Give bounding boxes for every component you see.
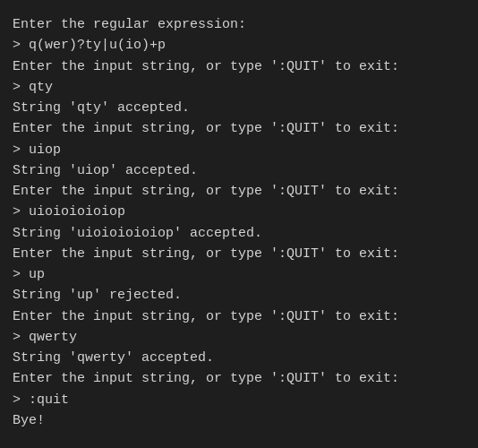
- terminal-line: Enter the regular expression:: [13, 14, 465, 35]
- terminal-window: Enter the regular expression:> q(wer)?ty…: [0, 0, 478, 448]
- terminal-line: > :quit: [13, 390, 465, 410]
- terminal-line: Enter the input string, or type ':QUIT' …: [13, 56, 465, 77]
- terminal-line: > q(wer)?ty|u(io)+p: [13, 35, 465, 56]
- terminal-line: > uiop: [13, 140, 465, 160]
- terminal-line: > qty: [13, 77, 465, 98]
- terminal-line: > uioioioioiop: [13, 202, 465, 222]
- terminal-line: Enter the input string, or type ':QUIT' …: [13, 244, 465, 264]
- terminal-line: Enter the input string, or type ':QUIT' …: [13, 181, 465, 202]
- terminal-line: String 'uiop' accepted.: [13, 160, 465, 181]
- terminal-line: Enter the input string, or type ':QUIT' …: [13, 368, 465, 389]
- terminal-line: String 'qty' accepted.: [13, 98, 465, 118]
- terminal-line: Enter the input string, or type ':QUIT' …: [13, 118, 465, 139]
- terminal-line: > up: [13, 264, 465, 285]
- terminal-line: Bye!: [13, 410, 465, 431]
- terminal-line: String 'up' rejected.: [13, 285, 465, 306]
- terminal-line: String 'qwerty' accepted.: [13, 348, 465, 368]
- terminal-line: > qwerty: [13, 327, 465, 348]
- terminal-line: String 'uioioioioiop' accepted.: [13, 223, 465, 244]
- terminal-line: Enter the input string, or type ':QUIT' …: [13, 306, 465, 327]
